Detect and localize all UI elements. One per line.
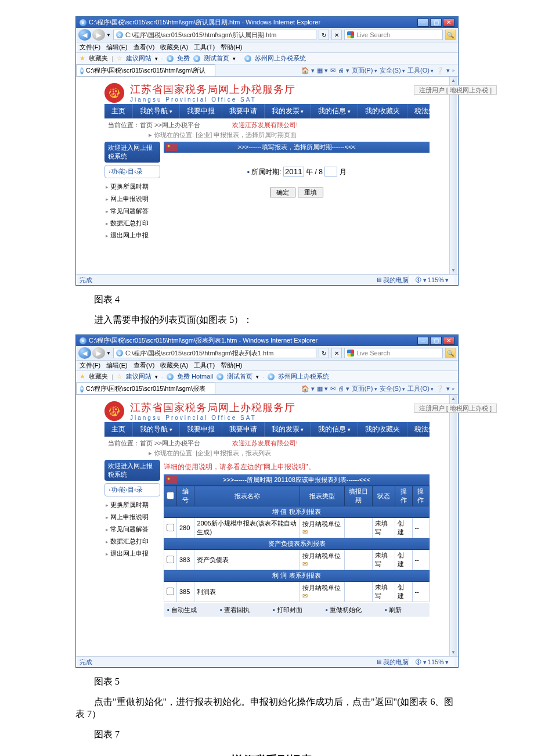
menu-help[interactable]: 帮助(H) bbox=[221, 43, 242, 52]
fav-link-4[interactable]: 苏州网上办税系统 bbox=[278, 372, 329, 381]
search-box[interactable]: Live Search bbox=[344, 30, 443, 40]
menu-edit[interactable]: 编辑(E) bbox=[106, 361, 128, 370]
fav-star-icon[interactable]: ★ bbox=[80, 373, 85, 380]
fav-label[interactable]: 收藏夹 bbox=[89, 54, 108, 63]
sidebar-item-declareguide[interactable]: 网上申报说明 bbox=[104, 193, 160, 205]
menu-file[interactable]: 文件(F) bbox=[80, 361, 100, 370]
address-bar[interactable]: C:\程序\国税\scr015\scr015\html\sgm\报表列表1.ht… bbox=[113, 348, 316, 358]
cell-op1[interactable]: 创建 bbox=[395, 550, 412, 570]
fav-link-1[interactable]: 建议网站 bbox=[126, 54, 151, 63]
menu-edit[interactable]: 编辑(E) bbox=[106, 43, 128, 52]
forward-button[interactable]: ▶ bbox=[92, 347, 105, 359]
sidebar-item-summaryprint[interactable]: 数据汇总打印 bbox=[104, 535, 160, 548]
nav-info[interactable]: 我的信息 bbox=[311, 104, 358, 118]
zoom-control[interactable]: 🛈 ▾ 115% ▾ bbox=[409, 275, 454, 285]
zoom-control[interactable]: 🛈 ▾ 115% ▾ bbox=[409, 657, 454, 667]
history-dropdown-icon[interactable]: ▼ bbox=[106, 351, 111, 356]
cmd-tools[interactable]: 工具(O) bbox=[407, 384, 434, 393]
cmd-feeds-icon[interactable]: ▦ ▾ bbox=[317, 385, 328, 393]
title-bar[interactable]: C:\程序\国税\scr015\scr015\html\sgm\报表列表1.ht… bbox=[76, 335, 458, 346]
sidebar-item-faq[interactable]: 常见问题解答 bbox=[104, 205, 160, 217]
action-receipt[interactable]: 查看回执 bbox=[220, 606, 250, 614]
cell-op1[interactable]: 创建 bbox=[395, 582, 412, 602]
cmd-tools[interactable]: 工具(O) bbox=[407, 66, 434, 75]
menu-tools[interactable]: 工具(T) bbox=[194, 361, 215, 370]
cmd-home-icon[interactable]: 🏠 ▾ bbox=[301, 385, 315, 393]
menu-view[interactable]: 查看(V) bbox=[134, 43, 155, 52]
nav-invoice[interactable]: 我的发票 bbox=[265, 104, 312, 118]
fav-link-4[interactable]: 苏州网上办税系统 bbox=[255, 54, 306, 63]
sidebar-item-exit[interactable]: 退出网上申报 bbox=[104, 548, 160, 560]
action-printcover[interactable]: 打印封面 bbox=[273, 606, 302, 614]
nav-invoice[interactable]: 我的发票 bbox=[265, 422, 312, 437]
cmd-page[interactable]: 页面(P) bbox=[352, 384, 377, 393]
back-button[interactable]: ◀ bbox=[78, 347, 91, 359]
cell-op1[interactable]: 创建 bbox=[395, 518, 412, 538]
menu-tools[interactable]: 工具(T) bbox=[194, 43, 215, 52]
refresh-button[interactable]: ↻ bbox=[319, 348, 329, 358]
back-button[interactable]: ◀ bbox=[78, 29, 91, 41]
cmd-safety[interactable]: 安全(S) bbox=[380, 66, 405, 75]
nav-home[interactable]: 主页 bbox=[104, 104, 133, 118]
sidebar-item-summaryprint[interactable]: 数据汇总打印 bbox=[104, 217, 160, 229]
col-check[interactable] bbox=[164, 486, 177, 506]
month-input[interactable] bbox=[324, 167, 337, 177]
minimize-button[interactable]: – bbox=[417, 337, 429, 345]
nav-taxlaw[interactable]: 税法知识库 bbox=[407, 104, 457, 118]
nav-apply[interactable]: 我要申请 bbox=[222, 422, 265, 437]
security-zone[interactable]: 🖥 我的电脑 bbox=[376, 276, 409, 285]
cmd-safety[interactable]: 安全(S) bbox=[380, 384, 405, 393]
forward-button[interactable]: ▶ bbox=[92, 29, 105, 41]
minimize-button[interactable]: – bbox=[417, 19, 429, 27]
stop-button[interactable]: ✕ bbox=[331, 30, 342, 40]
nav-mynav[interactable]: 我的导航 bbox=[133, 422, 180, 437]
cmd-chevrons-icon[interactable]: » bbox=[452, 386, 454, 391]
fav-star-icon[interactable]: ★ bbox=[80, 55, 85, 62]
address-bar[interactable]: C:\程序\国税\scr015\scr015\html\sgm\所认属日期.ht… bbox=[113, 30, 316, 40]
cmd-chevrons-icon[interactable]: » bbox=[452, 68, 454, 73]
fav-link-2[interactable]: 免费 bbox=[177, 54, 190, 63]
menu-fav[interactable]: 收藏夹(A) bbox=[160, 361, 188, 370]
fav-link-3[interactable]: 测试首页 bbox=[227, 372, 252, 381]
search-go-button[interactable]: 🔍 bbox=[445, 30, 456, 40]
nav-info[interactable]: 我的信息 bbox=[311, 422, 358, 437]
stop-button[interactable]: ✕ bbox=[331, 348, 342, 358]
nav-fav[interactable]: 我的收藏夹 bbox=[358, 422, 407, 437]
nav-home[interactable]: 主页 bbox=[104, 422, 133, 437]
check-all[interactable] bbox=[167, 492, 174, 499]
maximize-button[interactable]: ▢ bbox=[430, 19, 442, 27]
menu-fav[interactable]: 收藏夹(A) bbox=[160, 43, 188, 52]
cmd-home-icon[interactable]: 🏠 ▾ bbox=[301, 67, 315, 74]
sidebar-item-exit[interactable]: 退出网上申报 bbox=[104, 229, 160, 242]
register-button[interactable]: 注册用户 [ 地税网上办税 ] bbox=[414, 404, 497, 413]
maximize-button[interactable]: ▢ bbox=[430, 337, 442, 345]
tab-current[interactable]: C:\程序\国税\scr015\scr015\html\sgm\所认 bbox=[76, 64, 215, 76]
year-input[interactable] bbox=[283, 167, 304, 177]
history-dropdown-icon[interactable]: ▼ bbox=[106, 33, 111, 38]
row-check[interactable] bbox=[167, 588, 174, 595]
sidebar-item-declareguide[interactable]: 网上申报说明 bbox=[104, 511, 160, 523]
action-reinit[interactable]: 重做初始化 bbox=[326, 606, 362, 614]
menu-help[interactable]: 帮助(H) bbox=[221, 361, 242, 370]
sidebar-item-faq[interactable]: 常见问题解答 bbox=[104, 523, 160, 535]
cmd-feeds-icon[interactable]: ▦ ▾ bbox=[317, 67, 328, 74]
title-bar[interactable]: C:\程序\国税\scr015\scr015\html\sgm\所认属日期.ht… bbox=[76, 17, 458, 28]
register-button[interactable]: 注册用户 [ 地税网上办税 ] bbox=[414, 85, 497, 95]
close-button[interactable]: ✕ bbox=[443, 19, 454, 27]
reset-button[interactable]: 重填 bbox=[298, 188, 323, 197]
cmd-page[interactable]: 页面(P) bbox=[352, 66, 377, 75]
cmd-print-icon[interactable]: 🖨 ▾ bbox=[338, 385, 349, 393]
cmd-help-icon[interactable]: ❔ ▾ bbox=[436, 67, 449, 74]
cmd-mail-icon[interactable]: ✉ bbox=[330, 385, 335, 393]
nav-declare[interactable]: 我要申报 bbox=[180, 104, 222, 118]
menu-view[interactable]: 查看(V) bbox=[134, 361, 155, 370]
fav-link-2[interactable]: 免费 Hotmail bbox=[177, 372, 213, 381]
security-zone[interactable]: 🖥 我的电脑 bbox=[376, 658, 409, 667]
row-check[interactable] bbox=[167, 524, 174, 531]
fav-link-1[interactable]: 建议网站 bbox=[126, 372, 151, 381]
sidebar-item-changeperiod[interactable]: 更换所属时期 bbox=[104, 181, 160, 193]
tab-current[interactable]: C:\程序\国税\scr015\scr015\html\sgm\报表 bbox=[76, 383, 215, 394]
search-go-button[interactable]: 🔍 bbox=[445, 348, 456, 358]
nav-mynav[interactable]: 我的导航 bbox=[133, 104, 180, 118]
action-autogen[interactable]: 自动生成 bbox=[167, 606, 197, 614]
